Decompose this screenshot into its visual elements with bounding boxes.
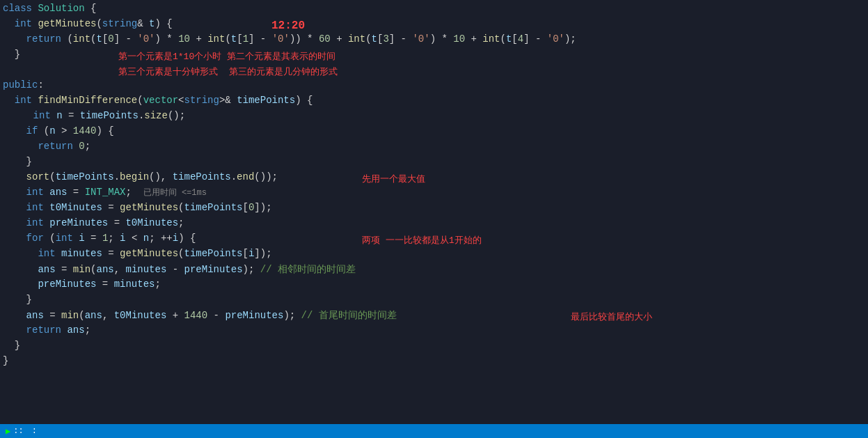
code-line-findmin: int findMinDifference(vector<string>& ti… bbox=[0, 95, 868, 110]
code-line-close-class: } bbox=[0, 355, 868, 370]
status-position: :: bbox=[13, 426, 23, 436]
code-line-1: class Solution { bbox=[0, 3, 868, 18]
code-line-3: return (int(t[0] - '0') * 10 + int(t[1] … bbox=[0, 33, 868, 49]
code-editor: class Solution { int getMinutes(string& … bbox=[0, 0, 868, 424]
code-line-preminutes: preMinutes = minutes; bbox=[0, 279, 868, 294]
code-line-pre: int preMinutes = t0Minutes; bbox=[0, 217, 868, 233]
annotation-note3: 先用一个最大值 bbox=[362, 173, 425, 185]
code-line-note2: 第三个元素是十分钟形式 第三的元素是几分钟的形式 bbox=[0, 64, 868, 79]
code-line-t0: int t0Minutes = getMinutes(timePoints[0]… bbox=[0, 202, 868, 217]
code-line-close-for: } bbox=[0, 294, 868, 309]
play-icon: ▶ bbox=[6, 426, 10, 437]
annotation-time: 12:20 bbox=[271, 19, 305, 32]
code-line-4: } 第一个元素是1*10个小时 第二个元素是其表示的时间 bbox=[0, 49, 868, 64]
annotation-note4: 已用时间 <=1ms bbox=[143, 188, 207, 198]
code-line-n: int n = timePoints.size(); bbox=[0, 110, 868, 125]
code-line-ans: int ans = INT_MAX; 已用时间 <=1ms bbox=[0, 187, 868, 202]
code-line-close-fn: } bbox=[0, 340, 868, 355]
code-line-minutes: int minutes = getMinutes(timePoints[i]); bbox=[0, 248, 868, 263]
status-bar: ▶ :: : bbox=[0, 424, 868, 438]
status-col: : bbox=[32, 426, 37, 436]
annotation-note6: 最后比较首尾的大小 bbox=[571, 311, 652, 323]
code-line-return-ans: return ans; bbox=[0, 324, 868, 340]
code-line-ans-min: ans = min(ans, minutes - preMinutes); //… bbox=[0, 263, 868, 279]
code-line-sort: sort(timePoints.begin(), timePoints.end(… bbox=[0, 171, 868, 187]
annotation-note5: 两项 一一比较都是从1开始的 bbox=[362, 234, 482, 247]
annotation-note2: 第三个元素是十分钟形式 第三的元素是几分钟的形式 bbox=[118, 65, 338, 78]
code-line-public: public: bbox=[0, 79, 868, 95]
code-line-return0: return 0; bbox=[0, 141, 868, 156]
code-line-for: for (int i = 1; i < n; ++i) { 两项 一一比较都是从… bbox=[0, 233, 868, 248]
code-line-2: int getMinutes(string& t) { 12:20 bbox=[0, 18, 868, 33]
code-line-close-if: } bbox=[0, 156, 868, 171]
code-line-if: if (n > 1440) { bbox=[0, 125, 868, 141]
code-line-final-ans: ans = min(ans, t0Minutes + 1440 - preMin… bbox=[0, 309, 868, 324]
annotation-note1: 第一个元素是1*10个小时 第二个元素是其表示的时间 bbox=[118, 50, 336, 63]
